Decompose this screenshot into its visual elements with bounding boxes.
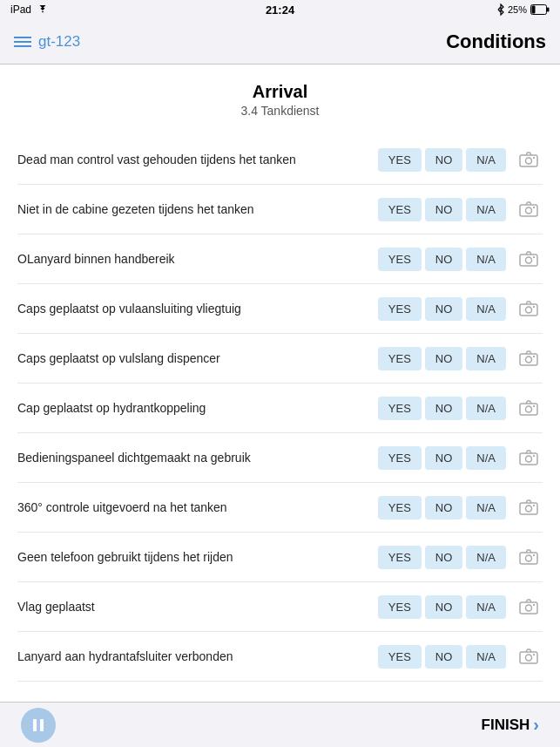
list-item-label: Bedieningspaneel dichtgemaakt na gebruik (17, 451, 378, 465)
svg-rect-32 (520, 602, 537, 614)
svg-rect-19 (533, 356, 535, 357)
yes-button[interactable]: YES (378, 496, 422, 520)
na-button[interactable]: N/A (466, 546, 506, 569)
checklist-actions: YESNON/A (378, 394, 543, 422)
camera-button[interactable] (515, 295, 543, 323)
list-item-label: Cap geplaatst op hydrantkoppeling (17, 401, 378, 415)
no-button[interactable]: NO (425, 347, 463, 370)
svg-rect-35 (520, 652, 537, 663)
na-button[interactable]: N/A (466, 397, 506, 420)
table-row: Lanyard aan hydrantafsluiter verbondenYE… (17, 632, 543, 682)
no-button[interactable]: NO (425, 595, 463, 619)
section-title: Arrival (17, 82, 543, 102)
status-bar-time: 21:24 (266, 3, 294, 17)
checklist-actions: YESNON/A (378, 344, 543, 372)
svg-rect-38 (33, 719, 37, 731)
svg-rect-20 (520, 404, 537, 415)
no-button[interactable]: NO (425, 645, 463, 669)
list-item-label: Caps geplaatst op vulslang dispencer (17, 351, 378, 365)
svg-point-9 (526, 207, 532, 214)
svg-point-24 (526, 456, 532, 462)
table-row: Niet in de cabine gezeten tijdens het ta… (17, 185, 543, 234)
svg-rect-29 (520, 553, 537, 564)
svg-point-6 (526, 158, 532, 164)
yes-button[interactable]: YES (378, 645, 422, 669)
no-button[interactable]: NO (425, 248, 463, 271)
camera-button[interactable] (515, 245, 543, 273)
checklist-actions: YESNON/A (378, 195, 543, 223)
camera-button[interactable] (515, 493, 543, 521)
table-row: 360° controle uitgevoerd na het tankenYE… (17, 483, 543, 533)
camera-button[interactable] (515, 344, 543, 372)
svg-point-30 (526, 555, 532, 561)
na-button[interactable]: N/A (466, 645, 506, 669)
svg-rect-7 (533, 157, 535, 159)
list-item-label: OLanyard binnen handbereik (17, 252, 378, 266)
no-button[interactable]: NO (425, 496, 463, 520)
checklist-actions: YESNON/A (378, 493, 543, 521)
svg-point-27 (526, 506, 532, 512)
svg-rect-17 (520, 354, 537, 365)
na-button[interactable]: N/A (466, 248, 506, 271)
svg-rect-22 (533, 405, 535, 407)
svg-rect-37 (533, 654, 535, 655)
yes-button[interactable]: YES (378, 347, 422, 370)
yes-button[interactable]: YES (378, 595, 422, 619)
svg-rect-34 (533, 604, 535, 606)
na-button[interactable]: N/A (466, 297, 506, 321)
svg-rect-23 (520, 453, 537, 465)
camera-button[interactable] (515, 146, 543, 173)
no-button[interactable]: NO (425, 446, 463, 470)
yes-button[interactable]: YES (378, 446, 422, 470)
svg-point-36 (526, 655, 532, 661)
yes-button[interactable]: YES (378, 546, 422, 569)
svg-rect-4 (547, 8, 550, 12)
nav-left[interactable]: gt-123 (14, 33, 80, 51)
camera-button[interactable] (515, 195, 543, 223)
list-item-label: Lanyard aan hydrantafsluiter verbonden (17, 649, 378, 663)
finish-button[interactable]: FINISH › (482, 715, 539, 735)
no-button[interactable]: NO (425, 198, 463, 221)
no-button[interactable]: NO (425, 297, 463, 321)
na-button[interactable]: N/A (466, 148, 506, 172)
list-item-label: Caps geplaatst op vulaansluiting vliegtu… (17, 302, 378, 316)
pause-button[interactable] (21, 708, 56, 743)
na-button[interactable]: N/A (466, 198, 506, 221)
camera-button[interactable] (515, 444, 543, 472)
list-item-label: 360° controle uitgevoerd na het tanken (17, 500, 378, 514)
checklist-actions: YESNON/A (378, 593, 543, 621)
na-button[interactable]: N/A (466, 595, 506, 619)
svg-rect-28 (533, 505, 535, 506)
na-button[interactable]: N/A (466, 347, 506, 370)
main-content: Arrival 3.4 Tankdienst Dead man control … (0, 65, 560, 747)
camera-button[interactable] (515, 543, 543, 571)
no-button[interactable]: NO (425, 546, 463, 569)
list-item-label: Niet in de cabine gezeten tijdens het ta… (17, 202, 378, 216)
svg-rect-14 (520, 304, 537, 316)
yes-button[interactable]: YES (378, 198, 422, 221)
yes-button[interactable]: YES (378, 248, 422, 271)
svg-rect-25 (533, 455, 535, 457)
camera-button[interactable] (515, 593, 543, 621)
na-button[interactable]: N/A (466, 496, 506, 520)
yes-button[interactable]: YES (378, 397, 422, 420)
yes-button[interactable]: YES (378, 297, 422, 321)
nav-bar: gt-123 Conditions (0, 19, 560, 65)
no-button[interactable]: NO (425, 397, 463, 420)
camera-button[interactable] (515, 642, 543, 670)
svg-rect-39 (40, 719, 44, 731)
table-row: Cap geplaatst op hydrantkoppelingYESNON/… (17, 384, 543, 433)
status-bar-right: 25% (497, 3, 550, 16)
no-button[interactable]: NO (425, 148, 463, 172)
svg-point-12 (526, 257, 532, 263)
battery-level: 25% (508, 4, 527, 15)
hamburger-icon[interactable] (14, 37, 31, 47)
list-item-label: Dead man control vast gehouden tijdens h… (17, 153, 378, 166)
na-button[interactable]: N/A (466, 446, 506, 470)
svg-point-21 (526, 406, 532, 412)
camera-button[interactable] (515, 394, 543, 422)
checklist-actions: YESNON/A (378, 295, 543, 323)
chevron-right-icon: › (533, 715, 539, 735)
svg-rect-10 (533, 207, 535, 208)
yes-button[interactable]: YES (378, 148, 422, 172)
